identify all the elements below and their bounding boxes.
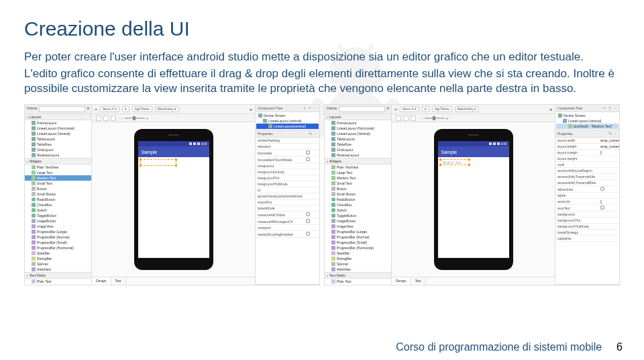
palette-item[interactable]: WebView (325, 267, 391, 272)
property-value[interactable] (304, 199, 319, 206)
property-value[interactable] (304, 212, 319, 218)
sort-icon[interactable]: ↕ (313, 132, 317, 136)
property-value[interactable] (304, 225, 319, 231)
palette-group-widgets[interactable]: ▾Widgets (325, 158, 391, 165)
tree-row-selected[interactable]: textView2 - "Medium Text" (556, 124, 619, 129)
property-row[interactable]: accessibilityTraversalBefo (555, 180, 619, 186)
property-value[interactable] (304, 156, 319, 163)
palette-item[interactable]: ImageButton (25, 218, 91, 224)
property-row[interactable]: layout:widthwrap_content (555, 138, 619, 144)
palette-item[interactable]: ProgressBar (Horizontal) (25, 245, 91, 251)
zoom-slider[interactable]: − + (121, 116, 148, 120)
activity-selector[interactable]: MainActivity ▾ (455, 106, 479, 112)
property-row[interactable]: backgroundTint (555, 218, 619, 224)
palette-item[interactable]: ToggleButton (325, 213, 391, 218)
property-checkbox[interactable] (306, 150, 310, 154)
property-row[interactable]: id (256, 187, 319, 193)
palette-item[interactable]: Plain TextView (25, 165, 91, 170)
palette-item[interactable]: RadioButton (325, 197, 391, 202)
palette-group-textfields[interactable]: ▾Text Fields (325, 272, 391, 279)
zoom-out-icon[interactable]: − (121, 116, 123, 120)
zoom-in-icon[interactable]: + (146, 116, 148, 120)
palette-item[interactable]: LinearLayout (Horizontal) (25, 126, 91, 131)
resize-handle[interactable] (175, 159, 177, 161)
property-row[interactable]: layout:heightwrap_content (555, 144, 619, 150)
tab-text[interactable]: Text (111, 277, 126, 285)
phone-screen[interactable]: 6:00 Sample (138, 141, 209, 258)
zoom-out-icon[interactable]: − (421, 116, 423, 120)
palette-group-textfields[interactable]: ▾Text Fields (25, 272, 91, 279)
property-value[interactable] (598, 193, 619, 199)
property-value[interactable]: wrap_content (598, 138, 619, 144)
palette-item[interactable]: Spinner (25, 261, 91, 267)
property-row[interactable]: accessibilityTraversalAfte (555, 174, 619, 180)
toggle-layout-icon[interactable] (411, 116, 416, 121)
search-icon[interactable]: 🔍 (308, 132, 312, 136)
expand-icon[interactable]: ▲ (303, 106, 307, 110)
phone-screen[interactable]: 6:00 Sample Medium Text (438, 141, 509, 258)
palette-item-selected[interactable]: Medium Text (25, 175, 91, 181)
property-row[interactable]: elevation (256, 144, 319, 150)
rotate-icon[interactable]: ⟳ (95, 107, 97, 111)
palette-item[interactable]: SeekBar (25, 251, 91, 256)
property-row[interactable]: foregroundGravity (256, 169, 319, 175)
palette-item[interactable]: RelativeLayout (325, 152, 391, 158)
resize-handle[interactable] (175, 165, 177, 167)
palette-item[interactable]: ProgressBar (Small) (325, 240, 391, 245)
property-value[interactable] (304, 206, 319, 212)
palette-item[interactable]: Small Button (325, 191, 391, 197)
toggle-outline-icon[interactable] (96, 116, 101, 121)
palette-item[interactable]: ToggleButton (25, 213, 91, 218)
palette-item[interactable]: RadioButton (25, 197, 91, 202)
sort-icon[interactable]: ↕ (613, 132, 617, 136)
property-row[interactable]: backgroundTintMode (555, 224, 619, 230)
gear-icon[interactable]: ⚙ (87, 106, 89, 112)
palette-item[interactable]: Small Button (25, 191, 91, 197)
palette-item[interactable]: WebView (25, 267, 91, 272)
property-value[interactable] (598, 230, 619, 236)
palette-item[interactable]: RatingBar (25, 256, 91, 261)
property-row[interactable]: focusableInTouchMode (256, 156, 319, 163)
tree-row-selected[interactable]: LinearLayout(vertical) (256, 124, 319, 129)
property-value[interactable]: [] (598, 150, 619, 156)
palette-item[interactable]: Button (25, 186, 91, 191)
property-row[interactable]: dividerPadding (256, 138, 319, 144)
property-row[interactable]: labelsMode (256, 206, 319, 212)
minimize-icon[interactable]: – (613, 106, 617, 110)
property-value[interactable] (304, 218, 319, 225)
palette-item[interactable]: Plain Text (325, 279, 391, 284)
property-row[interactable]: importFor (256, 199, 319, 206)
expand-icon[interactable]: ▲ (602, 106, 606, 110)
property-value[interactable] (598, 218, 619, 224)
zoom-slider[interactable]: − + (421, 116, 448, 120)
property-row[interactable]: focusable (256, 150, 319, 156)
property-checkbox[interactable] (306, 219, 310, 223)
palette-item[interactable]: ProgressBar (Small) (25, 240, 91, 245)
property-value[interactable] (598, 168, 619, 174)
selected-view-outline[interactable]: Medium Text (440, 159, 470, 165)
palette-group-widgets[interactable]: ▾Widgets (25, 158, 91, 165)
property-row[interactable]: moreport (256, 225, 319, 231)
property-row[interactable]: alpha (555, 193, 619, 199)
palette-item[interactable]: GridLayout (25, 147, 91, 152)
palette-item[interactable]: FrameLayout (325, 120, 391, 126)
resize-handle[interactable] (140, 159, 142, 161)
property-row[interactable]: layout:weight (555, 156, 619, 162)
property-row[interactable]: nestedScrollingEnabled (256, 231, 319, 238)
palette-item[interactable]: Small Text (25, 181, 91, 186)
toggle-layout-icon[interactable] (111, 116, 116, 121)
rotate-icon[interactable]: ⟳ (394, 107, 397, 111)
property-row[interactable]: capitalize (555, 236, 619, 242)
property-row[interactable]: accessibilityLiveRegion (555, 168, 619, 174)
tree-row-root[interactable]: LinearLayout (vertical) (556, 118, 619, 124)
zoom-icon[interactable]: ⊕ (549, 107, 552, 111)
tree-row-root[interactable]: LinearLayout (vertical) (256, 118, 319, 124)
resize-handle[interactable] (468, 159, 470, 161)
property-checkbox[interactable] (600, 206, 604, 210)
palette-search[interactable] (39, 106, 85, 112)
palette-item[interactable]: ProgressBar (Large) (25, 229, 91, 234)
palette-item[interactable]: ProgressBar (Horizontal) (325, 245, 391, 251)
property-value[interactable] (598, 156, 619, 162)
palette-item[interactable]: TableLayout (25, 136, 91, 142)
property-row[interactable]: measureWithLargestCh (256, 218, 319, 225)
